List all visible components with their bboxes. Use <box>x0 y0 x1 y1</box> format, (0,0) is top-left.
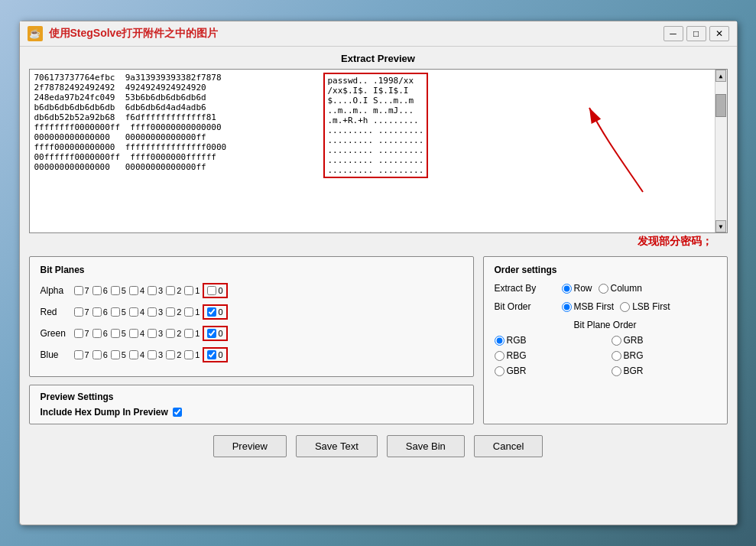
blue-bit0-highlighted: 0 <box>203 347 227 362</box>
rgb-option: RGB <box>495 335 599 346</box>
extract-by-label: Extract By <box>495 283 556 294</box>
green-bit2: 2 <box>166 329 181 338</box>
bit-plane-order-title: Bit Plane Order <box>495 320 716 330</box>
green-0-checkbox[interactable] <box>207 329 216 338</box>
msb-first-label: MSB First <box>574 301 615 312</box>
lower-section: Bit Planes Alpha 7 6 5 4 3 2 1 0 <box>29 256 728 424</box>
brg-option: BRG <box>612 350 716 361</box>
red-5-checkbox[interactable] <box>111 307 120 317</box>
alpha-2-checkbox[interactable] <box>166 286 175 295</box>
lsb-first-radio[interactable] <box>620 302 630 312</box>
green-4-checkbox[interactable] <box>129 329 138 338</box>
red-bit6: 6 <box>92 307 108 317</box>
blue-2-checkbox[interactable] <box>166 350 175 359</box>
red-4-checkbox[interactable] <box>129 307 138 317</box>
hex-dump-checkbox[interactable] <box>173 408 182 417</box>
alpha-5-checkbox[interactable] <box>111 286 120 295</box>
green-1-checkbox[interactable] <box>184 329 193 338</box>
gbr-option: GBR <box>495 366 599 376</box>
footer-buttons: Preview Save Text Save Bin Cancel <box>29 435 728 465</box>
rgb-radio[interactable] <box>495 336 505 346</box>
blue-3-checkbox[interactable] <box>148 350 157 359</box>
annotation-text: 发现部分密码； <box>29 235 728 249</box>
msb-first-radio[interactable] <box>562 302 572 312</box>
hex-dump-row: Include Hex Dump In Preview <box>41 407 462 418</box>
bit-plane-order-section: Bit Plane Order RGB GRB <box>495 320 716 376</box>
alpha-bit0-highlighted: 0 <box>203 283 227 298</box>
green-bit7: 7 <box>74 329 89 338</box>
green-bit6: 6 <box>92 329 108 338</box>
save-bin-button[interactable]: Save Bin <box>387 435 465 457</box>
red-label: Red <box>41 307 71 317</box>
green-7-checkbox[interactable] <box>74 329 83 338</box>
alpha-6-checkbox[interactable] <box>92 286 102 295</box>
red-0-checkbox[interactable] <box>207 307 216 317</box>
red-6-checkbox[interactable] <box>92 307 102 317</box>
red-bit3: 3 <box>148 307 163 317</box>
scroll-thumb[interactable] <box>715 94 726 117</box>
red-bit5: 5 <box>111 307 126 317</box>
blue-4-checkbox[interactable] <box>129 350 138 359</box>
blue-7-checkbox[interactable] <box>74 350 83 359</box>
red-bit4: 4 <box>129 307 144 317</box>
preview-button[interactable]: Preview <box>213 435 287 457</box>
msb-first-option: MSB First <box>562 301 615 312</box>
lsb-first-option: LSB First <box>620 301 670 312</box>
alpha-0-checkbox[interactable] <box>207 286 216 295</box>
blue-bit4: 4 <box>129 350 144 359</box>
red-bit1: 1 <box>184 307 200 317</box>
rgb-label: RGB <box>507 335 527 346</box>
grb-radio[interactable] <box>612 336 621 346</box>
blue-bit2: 2 <box>166 350 181 359</box>
red-bit7: 7 <box>74 307 89 317</box>
blue-bit5: 5 <box>111 350 126 359</box>
blue-bit7: 7 <box>74 350 89 359</box>
alpha-4-checkbox[interactable] <box>129 286 138 295</box>
close-button[interactable]: ✕ <box>709 26 729 41</box>
green-6-checkbox[interactable] <box>92 329 102 338</box>
right-panel: Order settings Extract By Row Column <box>483 256 728 424</box>
gbr-radio[interactable] <box>495 366 505 376</box>
save-text-button[interactable]: Save Text <box>296 435 378 457</box>
blue-6-checkbox[interactable] <box>92 350 102 359</box>
hex-column: 706173737764efbc 9a313939393382f7878 2f7… <box>34 73 317 229</box>
green-2-checkbox[interactable] <box>166 329 175 338</box>
blue-row: Blue 7 6 5 4 3 2 1 0 <box>41 347 462 362</box>
preview-settings-title: Preview Settings <box>41 392 462 402</box>
cancel-button[interactable]: Cancel <box>474 435 543 457</box>
lsb-first-label: LSB First <box>632 301 670 312</box>
alpha-3-checkbox[interactable] <box>148 286 157 295</box>
rbg-radio[interactable] <box>495 351 505 361</box>
extract-by-column-radio[interactable] <box>599 284 608 294</box>
bgr-radio[interactable] <box>612 366 621 376</box>
extract-by-row-radio[interactable] <box>562 284 572 294</box>
alpha-bit3: 3 <box>148 286 163 295</box>
blue-bit6: 6 <box>92 350 108 359</box>
extract-by-row-label: Row <box>574 283 592 294</box>
red-1-checkbox[interactable] <box>184 307 193 317</box>
red-3-checkbox[interactable] <box>148 307 157 317</box>
hex-dump-label: Include Hex Dump In Preview <box>41 407 168 418</box>
alpha-1-checkbox[interactable] <box>184 286 193 295</box>
red-7-checkbox[interactable] <box>74 307 83 317</box>
blue-1-checkbox[interactable] <box>184 350 193 359</box>
green-bit5: 5 <box>111 329 126 338</box>
maximize-button[interactable]: □ <box>686 26 706 41</box>
left-panel: Bit Planes Alpha 7 6 5 4 3 2 1 0 <box>29 256 474 424</box>
scroll-down-arrow[interactable]: ▼ <box>715 220 726 232</box>
green-5-checkbox[interactable] <box>111 329 120 338</box>
alpha-bit6: 6 <box>92 286 108 295</box>
alpha-7-checkbox[interactable] <box>74 286 83 295</box>
main-window: ☕ 使用StegSolve打开附件之中的图片 ─ □ ✕ Extract Pre… <box>19 21 738 525</box>
red-2-checkbox[interactable] <box>166 307 175 317</box>
blue-0-checkbox[interactable] <box>207 350 216 359</box>
green-bit4: 4 <box>129 329 144 338</box>
scroll-up-arrow[interactable]: ▲ <box>715 70 726 82</box>
blue-bit1: 1 <box>184 350 200 359</box>
scrollbar[interactable]: ▲ ▼ <box>715 70 727 232</box>
green-3-checkbox[interactable] <box>148 329 157 338</box>
extract-by-column-option: Column <box>599 283 642 294</box>
minimize-button[interactable]: ─ <box>664 26 683 41</box>
blue-5-checkbox[interactable] <box>111 350 120 359</box>
brg-radio[interactable] <box>612 351 621 361</box>
